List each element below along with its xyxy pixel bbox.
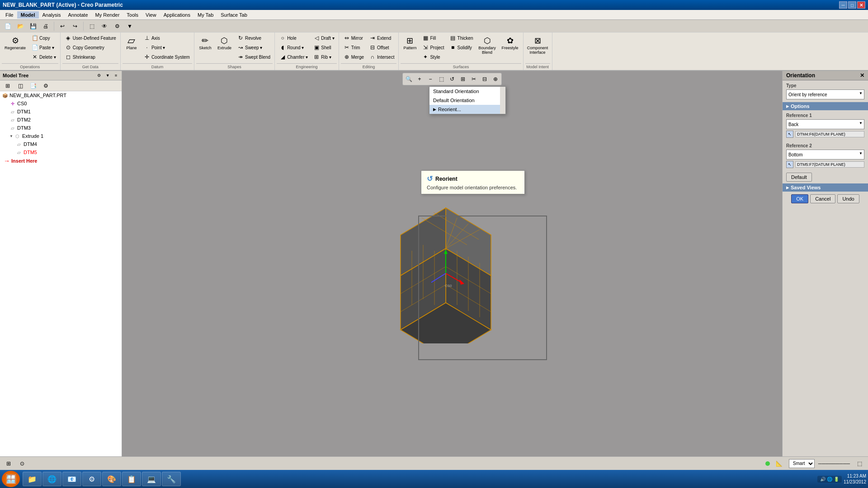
regenerate-button[interactable]: ⚙ Regenerate	[2, 33, 28, 52]
saved-views-divider[interactable]: Saved Views	[783, 183, 868, 192]
tree-settings-button[interactable]: ⚙	[95, 72, 103, 79]
menu-view[interactable]: View	[142, 11, 160, 19]
start-button[interactable]: 🪟	[2, 471, 20, 487]
component-interface-button[interactable]: ⊠ Component Interface	[525, 33, 550, 57]
plane-button[interactable]: ▱ Plane	[123, 33, 141, 52]
reference2-direction-select[interactable]: Bottom Top Left Right	[786, 150, 864, 160]
chamfer-button[interactable]: ◢Chamfer ▾	[277, 52, 310, 61]
fullscreen-button[interactable]: ⬚	[854, 459, 865, 469]
merge-button[interactable]: ⊕Merge	[341, 52, 366, 61]
dropdown-default-orientation[interactable]: Default Orientation	[429, 96, 505, 105]
undo-button[interactable]: ↩	[57, 21, 68, 31]
type-select[interactable]: Orient by reference Dynamic Orient Angle…	[786, 89, 864, 99]
status-coord-button[interactable]: ⊙	[16, 459, 28, 469]
tree-tool1[interactable]: ⊞	[2, 81, 14, 91]
round-button[interactable]: ◖Round ▾	[277, 43, 310, 52]
dims-button[interactable]: ⊕	[491, 74, 500, 84]
sweep-button[interactable]: ↝Sweep ▾	[235, 43, 273, 52]
model-display-button[interactable]: 📐	[774, 459, 785, 469]
swept-blend-button[interactable]: ↠Swept Blend	[235, 52, 273, 61]
hole-button[interactable]: ○Hole	[277, 33, 310, 42]
tree-item-dtm5[interactable]: ▱ DTM5	[0, 148, 122, 156]
tree-item-extrude1[interactable]: ▼ ⬡ Extrude 1	[0, 132, 122, 140]
default-button[interactable]: Default	[786, 173, 812, 182]
point-button[interactable]: ·Point ▾	[141, 43, 192, 52]
menu-tools[interactable]: Tools	[123, 11, 142, 19]
zoom-fit-button[interactable]: 🔍	[404, 74, 414, 84]
draft-button[interactable]: ◁Draft ▾	[311, 33, 336, 42]
coord-system-button[interactable]: ✛Coordinate System	[141, 52, 192, 61]
taskbar-explorer[interactable]: 📁	[23, 472, 42, 486]
cancel-button[interactable]: Cancel	[810, 194, 835, 203]
fill-button[interactable]: ▦Fill	[420, 33, 446, 42]
minimize-button[interactable]: ─	[839, 1, 847, 9]
freestyle-button[interactable]: ✿ Freestyle	[499, 33, 521, 52]
tree-filter-button[interactable]: ▼	[104, 72, 112, 79]
reference1-direction-select[interactable]: Back Front Top Bottom	[786, 119, 864, 129]
status-icon-button[interactable]: ⊞	[3, 459, 14, 469]
menu-mytab[interactable]: My Tab	[194, 11, 217, 19]
taskbar-app3[interactable]: 💻	[142, 472, 161, 486]
project-button[interactable]: ⇲Project	[420, 43, 446, 52]
maximize-button[interactable]: □	[848, 1, 856, 9]
zoom-out-button[interactable]: −	[425, 74, 435, 84]
offset-button[interactable]: ⊟Offset	[367, 43, 396, 52]
tree-item-dtm3[interactable]: ▱ DTM3	[0, 124, 122, 132]
rotate-button[interactable]: ↺	[447, 74, 457, 84]
pattern-button[interactable]: ⊞ Pattern	[401, 33, 419, 52]
taskbar-mail[interactable]: 📧	[62, 472, 81, 486]
taskbar-app4[interactable]: 🔧	[162, 472, 181, 486]
menu-surfacetab[interactable]: Surface Tab	[217, 11, 251, 19]
rib-button[interactable]: ⊞Rib ▾	[311, 52, 336, 61]
menu-file[interactable]: File	[2, 11, 17, 19]
settings-button[interactable]: ⚙	[111, 21, 123, 31]
intersect-button[interactable]: ∩Intersect	[367, 52, 396, 61]
boundary-blend-button[interactable]: ⬡ Boundary Blend	[476, 33, 499, 57]
more-button[interactable]: ▼	[124, 21, 136, 31]
reference1-picker-button[interactable]: ↖	[786, 131, 793, 138]
solidify-button[interactable]: ■Solidify	[447, 43, 476, 52]
taskbar-app1[interactable]: 🎨	[102, 472, 121, 486]
trim-button[interactable]: ✂Trim	[341, 43, 366, 52]
tree-item-dtm2[interactable]: ▱ DTM2	[0, 116, 122, 124]
taskbar-app2[interactable]: 📋	[122, 472, 141, 486]
shell-button[interactable]: ▣Shell	[311, 43, 336, 52]
options-divider[interactable]: Options	[783, 102, 868, 110]
style-button[interactable]: ✦Style	[420, 52, 446, 61]
close-button[interactable]: ✕	[857, 1, 865, 9]
tree-item-cs0[interactable]: ✛ CS0	[0, 99, 122, 108]
grid-button[interactable]: ⊞	[458, 74, 468, 84]
redo-button[interactable]: ↪	[69, 21, 81, 31]
revolve-button[interactable]: ↻Revolve	[235, 33, 273, 42]
reference2-picker-button[interactable]: ↖	[786, 161, 793, 168]
display-button[interactable]: ⬚	[86, 21, 98, 31]
thicken-button[interactable]: ▤Thicken	[447, 33, 476, 42]
dropdown-reorient[interactable]: ▶ Reorient...	[429, 105, 505, 114]
zoom-in-button[interactable]: +	[415, 74, 425, 84]
section-button[interactable]: ⊟	[480, 74, 490, 84]
tree-expand-button[interactable]: ≡	[113, 72, 119, 79]
taskbar-ie[interactable]: 🌐	[42, 472, 61, 486]
dropdown-standard-orientation[interactable]: Standard Orientation	[429, 87, 505, 96]
menu-myrender[interactable]: My Render	[92, 11, 123, 19]
open-button[interactable]: 📂	[14, 21, 26, 31]
menu-model[interactable]: Model	[17, 11, 39, 19]
tree-item-root[interactable]: 📦 NEW_BLANK_PART.PRT	[0, 91, 122, 99]
save-button[interactable]: 💾	[27, 21, 39, 31]
window-controls[interactable]: ─ □ ✕	[839, 1, 865, 9]
extend-button[interactable]: ⇥Extend	[367, 33, 396, 42]
axis-button[interactable]: ⊥Axis	[141, 33, 192, 42]
view-button[interactable]: 👁	[99, 21, 110, 31]
menu-analysis[interactable]: Analysis	[39, 11, 65, 19]
new-button[interactable]: 📄	[2, 21, 14, 31]
extrude-button[interactable]: ⬡ Extrude	[215, 33, 234, 52]
tree-tool2[interactable]: ◫	[14, 81, 26, 91]
tree-item-dtm4[interactable]: ▱ DTM4	[0, 140, 122, 148]
frame-button[interactable]: ⬚	[436, 74, 446, 84]
delete-button[interactable]: ✕Delete ▾	[29, 52, 58, 61]
sketch-button[interactable]: ✏ Sketch	[196, 33, 214, 52]
viewport[interactable]: 🔍 + − ⬚ ↺ ⊞ ✂ ⊟ ⊕ Standard Orientation D…	[122, 71, 782, 456]
copy-button[interactable]: 📋Copy	[29, 33, 58, 42]
print-button[interactable]: 🖨	[40, 21, 52, 31]
panel-close-button[interactable]: ✕	[860, 72, 864, 79]
